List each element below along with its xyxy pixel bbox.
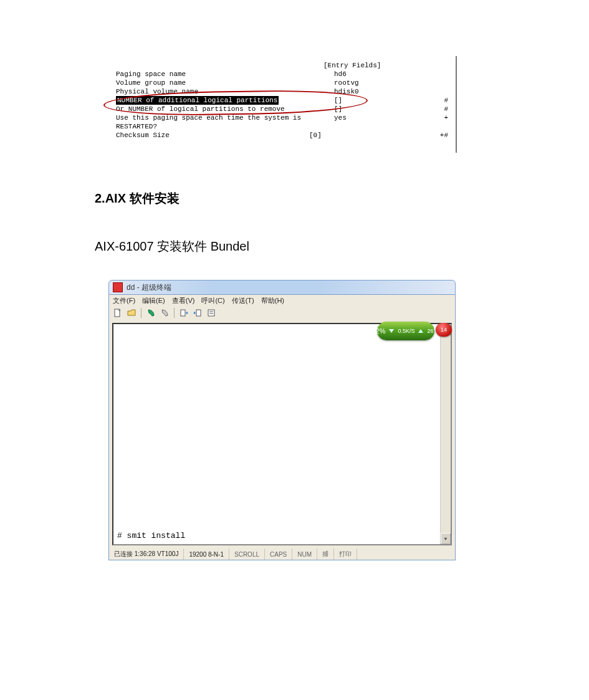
flag: + <box>444 113 448 122</box>
value: hdisk0 <box>334 87 359 96</box>
row-volume-group: Volume group name rootvg <box>116 79 449 87</box>
terminal-viewport[interactable]: # smit install ▲ ▼ <box>112 323 452 545</box>
widget-badge[interactable]: 14 <box>436 323 452 337</box>
row-checksum-size: Checksum Size [0] +# <box>116 131 449 140</box>
row-physical-volume: Physical volume name hdisk0 <box>116 87 449 96</box>
widget-percent: 32% <box>371 327 385 335</box>
hyperterminal-screenshot: dd - 超级终端 文件(F) 编辑(E) 查看(V) 呼叫(C) 传送(T) … <box>108 280 456 560</box>
phone-disconnect-icon <box>160 309 169 317</box>
properties-icon <box>207 309 216 317</box>
window-title: dd - 超级终端 <box>127 282 171 293</box>
menu-call[interactable]: 呼叫(C) <box>201 296 224 305</box>
receive-button[interactable] <box>191 307 204 319</box>
section-subtext: AIX-61007 安装软件 Bundel <box>95 238 589 255</box>
new-button[interactable] <box>112 307 124 319</box>
menubar: 文件(F) 编辑(E) 查看(V) 呼叫(C) 传送(T) 帮助(H) <box>108 295 456 306</box>
open-button[interactable] <box>125 307 138 319</box>
arrow-up-icon <box>418 329 423 333</box>
value: [] <box>334 96 342 105</box>
arrow-down-icon <box>389 329 394 333</box>
svg-rect-1 <box>181 310 185 316</box>
section-heading: 2.AIX 软件安装 <box>95 190 589 207</box>
value: hd6 <box>334 70 347 79</box>
value: [0] <box>309 131 322 140</box>
receive-file-icon <box>193 309 202 317</box>
statusbar: 已连接 1:36:28 VT100J 19200 8-N-1 SCROLL CA… <box>108 549 456 560</box>
row-restarted: RESTARTED? <box>116 122 449 131</box>
status-scroll: SCROLL <box>229 549 265 560</box>
floating-widget[interactable]: 32% 0.5K/S 26°C 14 <box>377 320 452 342</box>
label: Or NUMBER of logical partitions to remov… <box>116 105 285 113</box>
value: yes <box>334 113 347 122</box>
scroll-down-button[interactable]: ▼ <box>441 533 451 544</box>
toolbar-separator <box>174 308 175 318</box>
toolbar <box>108 306 456 320</box>
document-icon <box>113 309 122 317</box>
status-connection: 已连接 1:36:28 VT100J <box>109 549 184 560</box>
label: Checksum Size <box>116 131 170 140</box>
row-remove-partitions: Or NUMBER of logical partitions to remov… <box>116 105 449 113</box>
connect-button[interactable] <box>145 307 157 319</box>
send-file-icon <box>180 309 188 317</box>
widget-pill[interactable]: 32% 0.5K/S 26°C <box>377 322 434 340</box>
aix-paging-form-screenshot: [Entry Fields] Paging space name hd6 Vol… <box>108 56 457 153</box>
row-paging-space: Paging space name hd6 <box>116 70 449 79</box>
status-caps: CAPS <box>265 549 292 560</box>
menu-help[interactable]: 帮助(H) <box>261 296 284 305</box>
label: Physical volume name <box>116 87 198 96</box>
menu-edit[interactable]: 编辑(E) <box>142 296 165 305</box>
svg-rect-2 <box>196 310 201 316</box>
label: Paging space name <box>116 70 186 79</box>
value: rootvg <box>334 79 359 87</box>
terminal-frame: # smit install ▲ ▼ <box>108 320 456 549</box>
menu-view[interactable]: 查看(V) <box>172 296 195 305</box>
svg-rect-3 <box>208 310 214 316</box>
label-highlighted: NUMBER of additional logical partitions <box>116 96 279 105</box>
app-icon <box>113 282 123 292</box>
row-additional-partitions: NUMBER of additional logical partitions … <box>116 96 449 105</box>
folder-open-icon <box>127 309 136 317</box>
window-titlebar[interactable]: dd - 超级终端 <box>108 280 456 295</box>
label: RESTARTED? <box>116 122 157 131</box>
terminal-command-line: # smit install <box>117 531 185 540</box>
status-capture: 捕 <box>317 549 334 560</box>
terminal-scrollbar[interactable]: ▲ ▼ <box>440 324 451 544</box>
flag: # <box>444 96 448 105</box>
toolbar-separator <box>141 308 141 318</box>
entry-fields-header: [Entry Fields] <box>323 61 381 70</box>
label: Volume group name <box>116 79 186 87</box>
widget-speed: 0.5K/S <box>398 328 414 334</box>
flag: +# <box>440 131 448 140</box>
status-params: 19200 8-N-1 <box>184 549 229 560</box>
send-button[interactable] <box>178 307 190 319</box>
status-print: 打印 <box>334 549 357 560</box>
flag: # <box>444 105 448 113</box>
properties-button[interactable] <box>205 307 218 319</box>
row-use-on-restart: Use this paging space each time the syst… <box>116 113 449 122</box>
status-num: NUM <box>292 549 317 560</box>
menu-transfer[interactable]: 传送(T) <box>232 296 254 305</box>
label: Use this paging space each time the syst… <box>116 113 301 122</box>
disconnect-button[interactable] <box>158 307 171 319</box>
phone-connect-icon <box>146 309 155 317</box>
menu-file[interactable]: 文件(F) <box>113 296 135 305</box>
value: [] <box>334 105 342 113</box>
